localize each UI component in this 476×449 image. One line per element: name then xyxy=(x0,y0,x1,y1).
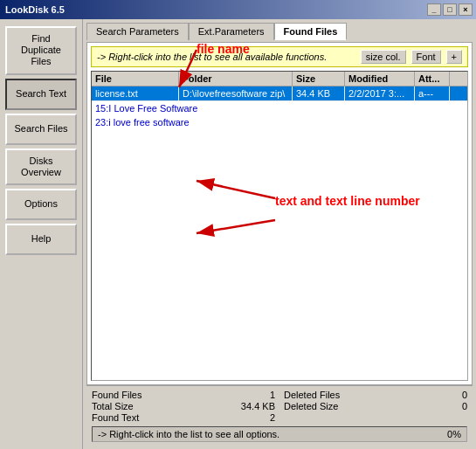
search-files-button[interactable]: Search Files xyxy=(5,114,77,145)
deleted-size-value: 0 xyxy=(462,401,467,411)
help-button[interactable]: Help xyxy=(5,224,77,255)
header-att: Att... xyxy=(415,72,450,86)
status-row-total-size: Total Size 34.4 KB xyxy=(92,401,275,411)
disks-overview-button[interactable]: Disks Overview xyxy=(5,149,77,185)
font-button[interactable]: Font xyxy=(411,50,441,64)
minimize-button[interactable]: _ xyxy=(427,3,441,16)
app-title: LookDisk 6.5 xyxy=(5,4,65,15)
options-button[interactable]: Options xyxy=(5,189,77,220)
file-row[interactable]: license.txt D:\ilovefreesoftware zip\ 34… xyxy=(92,86,467,101)
deleted-files-value: 0 xyxy=(462,390,467,400)
status-progress: 0% xyxy=(447,429,461,439)
status-row-deleted-files: Deleted Files 0 xyxy=(284,390,467,400)
sidebar: Find Duplicate Files Search Text Search … xyxy=(0,19,83,449)
close-button[interactable]: × xyxy=(459,3,473,16)
status-row-found-text: Found Text 2 xyxy=(92,412,275,423)
plus-button[interactable]: + xyxy=(446,50,462,64)
found-text-value: 2 xyxy=(270,412,275,423)
file-att-cell: a--- xyxy=(415,86,450,100)
main-container: Find Duplicate Files Search Text Search … xyxy=(0,19,476,449)
window-controls: _ □ × xyxy=(427,3,473,16)
tab-found-files[interactable]: Found Files xyxy=(274,23,348,40)
deleted-size-label: Deleted Size xyxy=(284,401,338,411)
found-text-label: Found Text xyxy=(92,412,139,423)
header-folder: Folder xyxy=(179,72,293,86)
status-grid: Found Files 1 Deleted Files 0 Total Size… xyxy=(92,390,467,423)
info-bar-text: -> Right-click into the list to see all … xyxy=(97,52,327,62)
tab-content-found-files: -> Right-click into the list to see all … xyxy=(86,42,473,385)
file-name-cell: license.txt xyxy=(92,86,179,100)
right-panel: file name text and text line number xyxy=(83,19,476,449)
tab-bar: Search Parameters Ext.Parameters Found F… xyxy=(86,23,473,40)
file-list[interactable]: File Folder Size Modified Att... license… xyxy=(91,71,468,381)
file-list-header: File Folder Size Modified Att... xyxy=(92,72,467,86)
info-bar-controls: size col. Font + xyxy=(361,50,462,64)
deleted-files-label: Deleted Files xyxy=(284,390,340,400)
tab-ext-parameters[interactable]: Ext.Parameters xyxy=(189,23,274,40)
total-size-label: Total Size xyxy=(92,401,134,411)
status-row-found-files: Found Files 1 xyxy=(92,390,275,400)
title-bar: LookDisk 6.5 _ □ × xyxy=(0,0,476,19)
size-col-button[interactable]: size col. xyxy=(361,50,406,64)
maximize-button[interactable]: □ xyxy=(443,3,457,16)
file-size-cell: 34.4 KB xyxy=(293,86,345,100)
status-bottom-bar: -> Right-click into the list to see all … xyxy=(92,426,467,442)
header-size: Size xyxy=(293,72,345,86)
search-text-button[interactable]: Search Text xyxy=(5,79,77,110)
found-files-label: Found Files xyxy=(92,390,141,400)
header-file: File xyxy=(92,72,179,86)
found-text-row-1[interactable]: 15:I Love Free Software xyxy=(92,101,467,115)
status-bottom-text: -> Right-click into the list to see all … xyxy=(98,429,279,439)
find-duplicate-button[interactable]: Find Duplicate Files xyxy=(5,26,77,75)
total-size-value: 34.4 KB xyxy=(241,401,275,411)
file-folder-cell: D:\ilovefreesoftware zip\ xyxy=(179,86,293,100)
status-row-empty xyxy=(284,412,467,423)
tab-search-parameters[interactable]: Search Parameters xyxy=(86,23,189,40)
info-bar: -> Right-click into the list to see all … xyxy=(91,46,468,67)
status-row-deleted-size: Deleted Size 0 xyxy=(284,401,467,411)
found-text-row-2[interactable]: 23:i love free software xyxy=(92,115,467,129)
found-files-value: 1 xyxy=(270,390,275,400)
status-area: Found Files 1 Deleted Files 0 Total Size… xyxy=(86,385,473,446)
header-modified: Modified xyxy=(345,72,415,86)
file-modified-cell: 2/2/2017 3:... xyxy=(345,86,415,100)
